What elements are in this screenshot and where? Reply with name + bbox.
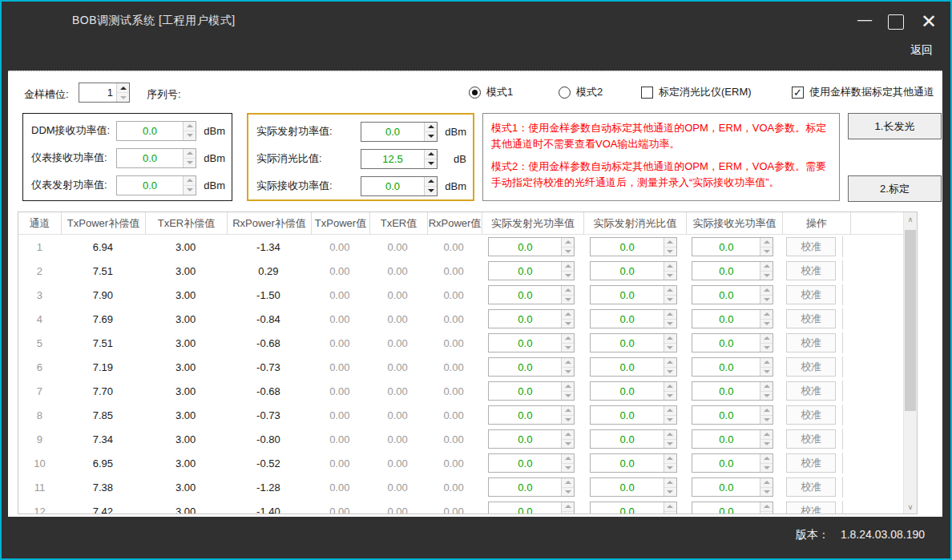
- spinner-arrows-icon[interactable]: [561, 430, 574, 448]
- spinner-arrows-icon[interactable]: [760, 382, 772, 400]
- spinner-arrows-icon[interactable]: [561, 334, 574, 352]
- row-calibrate-button[interactable]: 校准: [786, 285, 836, 304]
- actual-value-input[interactable]: 0.0: [361, 176, 438, 196]
- actual-tx-er-input[interactable]: 0.0: [590, 381, 677, 401]
- back-link[interactable]: 返回: [910, 43, 933, 58]
- radio-mode1[interactable]: 模式1: [469, 85, 513, 99]
- actual-rx-power-input[interactable]: 0.0: [692, 477, 773, 497]
- actual-rx-power-input[interactable]: 0.0: [692, 333, 773, 353]
- scroll-up-icon[interactable]: ∧: [904, 212, 917, 226]
- spinner-arrows-icon[interactable]: [760, 430, 772, 448]
- actual-tx-er-input[interactable]: 0.0: [590, 261, 677, 280]
- actual-tx-power-input[interactable]: 0.0: [488, 333, 575, 353]
- vertical-scrollbar[interactable]: ∧ ∨: [903, 212, 917, 514]
- actual-tx-power-input[interactable]: 0.0: [488, 381, 575, 401]
- long-light-button[interactable]: 1.长发光: [848, 113, 942, 139]
- calibrate-button[interactable]: 2.标定: [848, 175, 942, 202]
- actual-tx-power-input[interactable]: 0.0: [488, 357, 575, 377]
- spinner-arrows-icon[interactable]: [760, 286, 772, 304]
- spinner-arrows-icon[interactable]: [760, 502, 772, 514]
- spinner-arrows-icon[interactable]: [760, 406, 772, 424]
- actual-tx-er-input[interactable]: 0.0: [590, 502, 677, 514]
- spinner-arrows-icon[interactable]: [664, 358, 676, 376]
- spinner-arrows-icon[interactable]: [561, 238, 574, 256]
- actual-tx-er-input[interactable]: 0.0: [590, 357, 677, 377]
- spinner-arrows-icon[interactable]: [760, 334, 772, 352]
- spinner-arrows-icon[interactable]: [760, 310, 772, 328]
- actual-rx-power-input[interactable]: 0.0: [692, 261, 773, 280]
- radio-mode2[interactable]: 模式2: [559, 85, 603, 99]
- actual-tx-power-input[interactable]: 0.0: [488, 477, 575, 497]
- spinner-arrows-icon[interactable]: [561, 406, 574, 424]
- close-icon[interactable]: ✕: [918, 10, 939, 34]
- row-calibrate-button[interactable]: 校准: [786, 405, 836, 425]
- scroll-down-icon[interactable]: ∨: [904, 500, 917, 514]
- actual-rx-power-input[interactable]: 0.0: [692, 405, 773, 425]
- actual-tx-power-input[interactable]: 0.0: [488, 285, 575, 304]
- spinner-arrows-icon[interactable]: [424, 150, 437, 168]
- spinner-arrows-icon[interactable]: [664, 430, 676, 448]
- spinner-arrows-icon[interactable]: [561, 454, 574, 472]
- spinner-arrows-icon[interactable]: [664, 382, 676, 400]
- row-calibrate-button[interactable]: 校准: [786, 429, 836, 449]
- spinner-arrows-icon[interactable]: [760, 262, 772, 280]
- checkbox-erm[interactable]: 标定消光比仪(ERM): [641, 85, 752, 99]
- row-calibrate-button[interactable]: 校准: [786, 381, 836, 401]
- spinner-arrows-icon[interactable]: [116, 83, 129, 102]
- actual-tx-er-input[interactable]: 0.0: [590, 333, 677, 353]
- spinner-arrows-icon[interactable]: [664, 286, 676, 304]
- row-calibrate-button[interactable]: 校准: [786, 261, 836, 280]
- row-calibrate-button[interactable]: 校准: [786, 237, 836, 256]
- actual-tx-er-input[interactable]: 0.0: [590, 285, 677, 304]
- spinner-arrows-icon[interactable]: [561, 310, 574, 328]
- actual-tx-er-input[interactable]: 0.0: [590, 309, 677, 328]
- spinner-arrows-icon[interactable]: [424, 123, 437, 141]
- slot-stepper[interactable]: 1: [79, 83, 130, 103]
- spinner-arrows-icon[interactable]: [561, 286, 574, 304]
- spinner-arrows-icon[interactable]: [561, 358, 574, 376]
- actual-rx-power-input[interactable]: 0.0: [692, 357, 773, 377]
- spinner-arrows-icon[interactable]: [561, 382, 574, 400]
- spinner-arrows-icon[interactable]: [664, 334, 676, 352]
- spinner-arrows-icon[interactable]: [664, 310, 676, 328]
- spinner-arrows-icon[interactable]: [664, 454, 676, 472]
- spinner-arrows-icon[interactable]: [664, 238, 676, 256]
- actual-rx-power-input[interactable]: 0.0: [692, 429, 773, 449]
- spinner-arrows-icon[interactable]: [664, 262, 676, 280]
- actual-tx-power-input[interactable]: 0.0: [488, 405, 575, 425]
- row-calibrate-button[interactable]: 校准: [786, 502, 836, 514]
- actual-rx-power-input[interactable]: 0.0: [692, 309, 773, 328]
- spinner-arrows-icon[interactable]: [664, 478, 676, 496]
- spinner-arrows-icon[interactable]: [760, 478, 772, 496]
- spinner-arrows-icon[interactable]: [561, 502, 574, 514]
- maximize-icon[interactable]: [888, 10, 904, 34]
- actual-tx-power-input[interactable]: 0.0: [488, 261, 575, 280]
- row-calibrate-button[interactable]: 校准: [786, 333, 836, 353]
- actual-tx-power-input[interactable]: 0.0: [488, 502, 575, 514]
- actual-tx-power-input[interactable]: 0.0: [488, 237, 575, 256]
- actual-rx-power-input[interactable]: 0.0: [692, 381, 773, 401]
- actual-rx-power-input[interactable]: 0.0: [692, 237, 773, 256]
- row-calibrate-button[interactable]: 校准: [786, 453, 836, 473]
- actual-value-input[interactable]: 12.5: [361, 149, 438, 169]
- actual-tx-er-input[interactable]: 0.0: [590, 453, 677, 473]
- actual-tx-er-input[interactable]: 0.0: [590, 405, 677, 425]
- actual-value-input[interactable]: 0.0: [361, 122, 438, 142]
- actual-rx-power-input[interactable]: 0.0: [692, 285, 773, 304]
- spinner-arrows-icon[interactable]: [664, 502, 676, 514]
- actual-tx-power-input[interactable]: 0.0: [488, 453, 575, 473]
- actual-tx-er-input[interactable]: 0.0: [590, 477, 677, 497]
- actual-tx-er-input[interactable]: 0.0: [590, 237, 677, 256]
- spinner-arrows-icon[interactable]: [424, 177, 437, 195]
- spinner-arrows-icon[interactable]: [561, 478, 574, 496]
- actual-tx-er-input[interactable]: 0.0: [590, 429, 677, 449]
- actual-tx-power-input[interactable]: 0.0: [488, 309, 575, 328]
- spinner-arrows-icon[interactable]: [760, 238, 772, 256]
- actual-rx-power-input[interactable]: 0.0: [692, 502, 773, 514]
- spinner-arrows-icon[interactable]: [561, 262, 574, 280]
- row-calibrate-button[interactable]: 校准: [786, 357, 836, 377]
- checkbox-golden-data[interactable]: ✓ 使用金样数据标定其他通道: [792, 85, 934, 99]
- row-calibrate-button[interactable]: 校准: [786, 477, 836, 497]
- minimize-icon[interactable]: —: [856, 10, 873, 34]
- row-calibrate-button[interactable]: 校准: [786, 309, 836, 328]
